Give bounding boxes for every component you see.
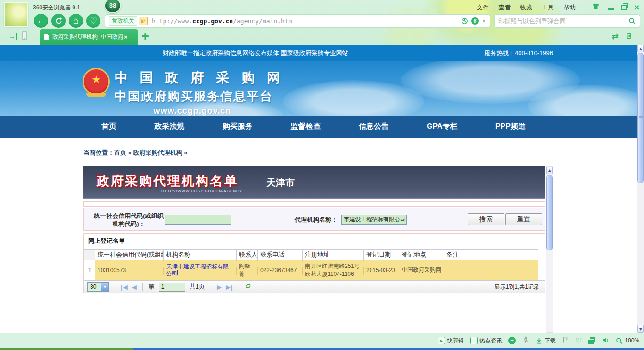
agency-name-input[interactable] [341,215,407,225]
speaker-icon[interactable] [602,336,610,345]
menu-favorites[interactable]: 收藏 [520,3,532,12]
nav-home[interactable]: 首页 [101,122,116,132]
nav-laws[interactable]: 政采法规 [154,122,184,132]
cell-note [444,260,538,280]
shutter-icon[interactable] [461,17,468,25]
breadcrumb[interactable]: 当前位置：首页 » 政府采购代理机构 » [83,149,637,157]
back-button[interactable]: ← [34,14,48,28]
favorites-heart-icon[interactable]: ♡ [575,336,582,345]
minimize-button[interactable] [608,8,614,10]
nav-announcements[interactable]: 信息公告 [359,122,389,132]
zoom-control[interactable]: 100% [616,337,639,344]
scroll-down-icon[interactable] [637,325,644,333]
col-contact: 联系人 [237,250,258,260]
site-topbar: 财政部唯一指定政府采购信息网络发布媒体 国家级政府采购专业网站 服务热线：400… [0,45,637,61]
window-title: 360安全浏览器 9.1 [33,4,80,12]
restore-tabs-icon[interactable]: ⇄ [612,32,619,42]
reset-button[interactable]: 重置 [505,213,542,225]
browser-search-input[interactable] [498,17,628,25]
col-place: 登记地点 [399,250,444,260]
prev-page-icon[interactable]: ◀ [132,283,137,291]
reload-list-icon[interactable] [245,283,252,291]
url-text[interactable]: http://www.ccgp.gov.cn/agency/main.htm [152,17,292,25]
code-label: 统一社会信用代码(或组织机构代码)： [91,212,167,228]
search-button[interactable]: 搜索 [468,213,504,225]
browser-search-box[interactable] [494,14,640,28]
page-scrollbar[interactable] [637,45,644,333]
table-header-row: 统一社会信用代码(或组织 机构名称 联系人 联系电话 注册地址 登记日期 登记地… [84,250,538,260]
select-arrow-icon: ▼ [101,283,108,291]
close-button[interactable]: × [634,4,639,11]
certificate-badge[interactable]: 证 [139,17,148,25]
cell-place: 中国政府采购网 [399,260,444,280]
banner-title: 政府采购代理机构名单 [97,173,238,190]
mobile-sync-icon[interactable] [22,31,27,40]
hot-news-button[interactable]: ≡热点资讯 [470,337,502,345]
menu-help[interactable]: 帮助 [563,3,576,12]
notification-badge[interactable]: 38 [104,0,121,13]
sidebar-toggle-icon[interactable]: → [8,33,17,40]
cell-date: 2015-03-23 [364,260,399,280]
refresh-icon [55,17,63,25]
quick-clip-button[interactable]: ▶快剪辑 [438,337,464,345]
tab-title: 政府采购代理机构_中国政府采 [52,33,123,41]
iframe-scrollbar[interactable] [546,166,553,333]
tab-active[interactable]: 政府采购代理机构_中国政府采 × [40,29,138,45]
col-note: 备注 [444,250,538,260]
accelerator-ball-icon[interactable]: + [508,337,516,344]
nav-gpa[interactable]: GPA专栏 [427,122,457,132]
chevron-down-icon[interactable]: ▼ [482,19,486,24]
menu-view[interactable]: 查看 [498,3,511,12]
cell-address: 南开区红旗南路251号欣苑大厦1104-1106 [303,260,364,280]
nav-purchase-services[interactable]: 购买服务 [223,122,253,132]
window-controls: × [592,3,639,12]
download-button[interactable]: 下载 [536,337,556,345]
table-row: 1 103100573 天津市建设工程招标有限公司 阎晓菁 022-236734… [84,260,538,280]
next-page-icon[interactable]: ▶ [217,283,222,291]
rocket-icon[interactable] [522,336,529,345]
home-icon: ⌂ [73,16,78,26]
tab-close-icon[interactable]: × [124,33,128,41]
first-page-icon[interactable]: ◀ [121,283,128,291]
home-button[interactable]: ⌂ [69,14,83,28]
agency-link[interactable]: 天津市建设工程招标有限公司 [166,263,229,277]
refresh-button[interactable] [51,14,66,28]
banner-region: 天津市 [266,176,295,189]
search-icon[interactable] [628,17,636,25]
site-slogan: 财政部唯一指定政府采购信息网络发布媒体 国家级政府采购专业网站 [163,45,348,61]
nav-supervision[interactable]: 监督检查 [290,122,321,132]
iframe-scroll-up-icon[interactable] [546,167,553,174]
new-tab-button[interactable]: + [141,30,149,43]
cell-phone: 022-23673467 [258,260,303,280]
flag-icon[interactable] [562,336,569,345]
code-input[interactable] [165,215,231,225]
scroll-up-icon[interactable] [637,45,644,52]
query-form: 统一社会信用代码(或组织机构代码)： 代理机构名称： 搜索 重置 [83,208,545,231]
site-logo-text: 中 国 政 府 采 购 网 中国政府购买服务信息平台 www.ccgp.gov.… [115,69,284,116]
nav-ppp[interactable]: PPP频道 [495,122,526,132]
news-icon: ≡ [470,337,478,344]
menu-file[interactable]: 文件 [477,3,489,12]
trash-icon[interactable] [625,32,633,41]
site-header: 中 国 政 府 采 购 网 中国政府购买服务信息平台 www.ccgp.gov.… [0,61,637,116]
site-type-badge[interactable]: 党政机关 [109,16,137,26]
iframe-scroll-thumb[interactable] [546,175,553,250]
browser-logo[interactable] [4,2,28,27]
skin-icon[interactable] [592,3,600,12]
address-bar[interactable]: 党政机关 证 http://www.ccgp.gov.cn/agency/mai… [105,14,490,28]
agency-table: 统一社会信用代码(或组织 机构名称 联系人 联系电话 注册地址 登记日期 登记地… [84,249,538,280]
menu-tools[interactable]: 工具 [542,3,554,12]
restore-button[interactable] [621,5,627,10]
address-bar-icons: 6 ▼ [461,17,486,25]
last-page-icon[interactable]: ▶ [226,283,233,291]
col-name: 机构名称 [164,250,237,260]
page-size-select[interactable]: 30 ▼ [87,282,109,292]
favorite-button[interactable]: ♡ [86,14,100,28]
speed-mode-icon[interactable]: 6 [471,17,479,25]
emblem-ribbon [86,93,106,97]
content-area: 政府采购代理机构名单 天津市 HTTP://WWW.CCGP.GOV.CN/AG… [83,166,545,293]
page-number-input[interactable] [159,283,185,292]
scroll-thumb[interactable] [637,53,644,183]
heart-icon: ♡ [90,16,97,26]
pages-icon[interactable] [588,337,596,344]
